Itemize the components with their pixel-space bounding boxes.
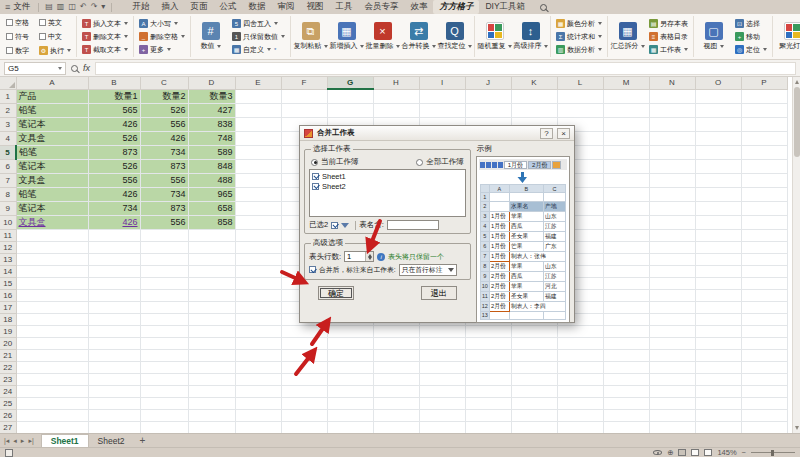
- cell[interactable]: 858: [188, 215, 235, 229]
- sheet-tab-Sheet2[interactable]: Sheet2: [89, 434, 134, 447]
- cell[interactable]: [649, 229, 695, 241]
- cell[interactable]: [603, 289, 649, 301]
- cell[interactable]: [88, 241, 140, 253]
- cell[interactable]: [603, 159, 649, 173]
- cell[interactable]: [235, 229, 281, 241]
- tab-公式[interactable]: 公式: [213, 0, 242, 14]
- cell[interactable]: [16, 229, 88, 241]
- magnifier-icon[interactable]: [71, 65, 78, 72]
- cell[interactable]: [649, 277, 695, 289]
- cell[interactable]: [695, 253, 741, 265]
- cell[interactable]: [235, 187, 281, 201]
- cell[interactable]: [741, 145, 787, 159]
- radio-all-workbooks[interactable]: 全部工作簿: [416, 157, 464, 167]
- cell[interactable]: [140, 229, 188, 241]
- cell[interactable]: [465, 361, 511, 373]
- cell[interactable]: [16, 277, 88, 289]
- cell[interactable]: [557, 361, 603, 373]
- cell[interactable]: [88, 289, 140, 301]
- cell[interactable]: [741, 277, 787, 289]
- col-header-P[interactable]: P: [741, 77, 787, 89]
- cell[interactable]: [419, 409, 465, 421]
- cell[interactable]: [465, 421, 511, 433]
- cell[interactable]: [511, 89, 557, 103]
- cell[interactable]: [88, 277, 140, 289]
- cell[interactable]: [557, 337, 603, 349]
- cell[interactable]: [511, 397, 557, 409]
- cell[interactable]: [419, 89, 465, 103]
- col-header-A[interactable]: A: [16, 77, 88, 89]
- row-header-7[interactable]: 7: [0, 173, 16, 187]
- row-header-18[interactable]: 18: [0, 313, 16, 325]
- formula-input[interactable]: [95, 62, 796, 75]
- cell[interactable]: [741, 313, 787, 325]
- cell[interactable]: [16, 397, 88, 409]
- cell[interactable]: [327, 337, 373, 349]
- eye-icon[interactable]: [653, 450, 662, 455]
- cell[interactable]: [140, 373, 188, 385]
- cell[interactable]: [603, 301, 649, 313]
- checkbox-icon[interactable]: [312, 183, 319, 190]
- row-header-24[interactable]: 24: [0, 385, 16, 397]
- checkbox-icon[interactable]: [39, 19, 46, 26]
- cell[interactable]: [465, 385, 511, 397]
- cell[interactable]: [16, 409, 88, 421]
- cell[interactable]: [88, 349, 140, 361]
- mark-mode-select[interactable]: 只在首行标注: [399, 264, 457, 276]
- cell[interactable]: [603, 397, 649, 409]
- cell[interactable]: [695, 103, 741, 117]
- tab-数据[interactable]: 数据: [242, 0, 271, 14]
- cell[interactable]: [235, 215, 281, 229]
- cell[interactable]: [16, 289, 88, 301]
- cell[interactable]: [188, 349, 235, 361]
- cell[interactable]: [603, 277, 649, 289]
- cell[interactable]: [88, 337, 140, 349]
- cell[interactable]: [649, 313, 695, 325]
- cell[interactable]: [419, 349, 465, 361]
- cell[interactable]: [373, 103, 419, 117]
- cell[interactable]: 笔记本: [16, 159, 88, 173]
- prev-sheet-icon[interactable]: ◂: [13, 437, 17, 445]
- cell[interactable]: [603, 201, 649, 215]
- cell[interactable]: [327, 385, 373, 397]
- cell[interactable]: [281, 421, 327, 433]
- filter-icon[interactable]: [341, 223, 349, 228]
- cell[interactable]: [373, 409, 419, 421]
- cell[interactable]: [419, 325, 465, 337]
- cell[interactable]: [235, 289, 281, 301]
- cell[interactable]: [16, 337, 88, 349]
- cell[interactable]: 873: [140, 159, 188, 173]
- cell[interactable]: [695, 421, 741, 433]
- cell[interactable]: 铅笔: [16, 103, 88, 117]
- col-header-B[interactable]: B: [88, 77, 140, 89]
- ribbon-button-只保留数值[interactable]: 1只保留数值: [230, 31, 287, 43]
- ribbon-button-四舍五入[interactable]: 5四舍五入: [230, 18, 287, 30]
- cell[interactable]: [741, 337, 787, 349]
- check-英文[interactable]: 英文: [37, 17, 73, 29]
- cell[interactable]: 556: [140, 117, 188, 131]
- col-header-K[interactable]: K: [511, 77, 557, 89]
- ribbon-button-自定义[interactable]: ▦自定义*: [230, 44, 287, 56]
- cell[interactable]: [235, 145, 281, 159]
- cell[interactable]: 426: [88, 215, 140, 229]
- cell[interactable]: [88, 361, 140, 373]
- cell[interactable]: [235, 277, 281, 289]
- cell[interactable]: [511, 409, 557, 421]
- cell[interactable]: [649, 325, 695, 337]
- cell[interactable]: [649, 361, 695, 373]
- cell[interactable]: [235, 117, 281, 131]
- cell[interactable]: [140, 313, 188, 325]
- cell[interactable]: [88, 385, 140, 397]
- cell[interactable]: [235, 337, 281, 349]
- more-icon[interactable]: ▾: [101, 2, 105, 12]
- cell[interactable]: [603, 145, 649, 159]
- checkbox-icon[interactable]: [39, 33, 46, 40]
- cell[interactable]: [140, 265, 188, 277]
- cell[interactable]: 427: [188, 103, 235, 117]
- cell[interactable]: [16, 421, 88, 433]
- cell[interactable]: [235, 385, 281, 397]
- cell[interactable]: [188, 313, 235, 325]
- cell[interactable]: [235, 301, 281, 313]
- sheet-list-item-Sheet2[interactable]: Sheet2: [312, 181, 463, 191]
- cell[interactable]: [16, 373, 88, 385]
